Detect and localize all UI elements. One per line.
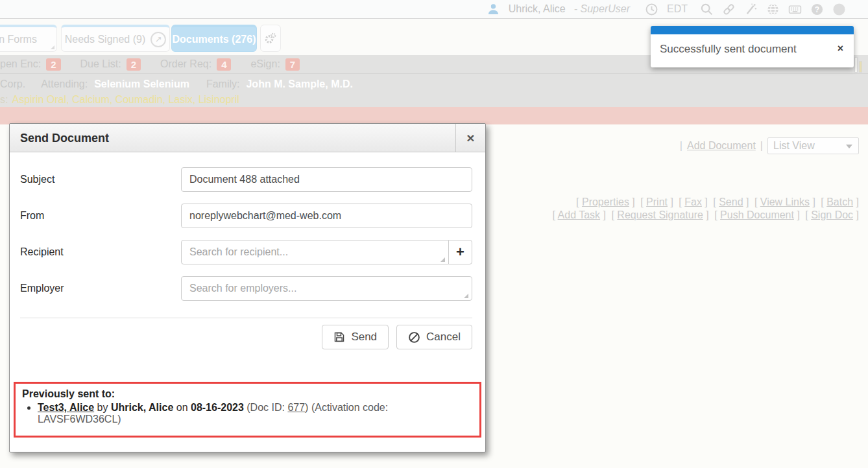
circle-arrow-icon[interactable]: ↗ — [151, 32, 166, 47]
due-list-badge[interactable]: 2 — [127, 58, 141, 71]
bracket: ] — [853, 196, 859, 207]
action-send[interactable]: [ Send ] — [713, 196, 749, 207]
bracket: [ — [714, 209, 720, 220]
history-sender: Uhrick, Alice — [111, 402, 173, 413]
esign-badge[interactable]: 7 — [285, 58, 300, 71]
patient-company: Corp. — [0, 78, 25, 90]
status-due-list: Due List: 2 — [80, 58, 141, 71]
bracket: ] — [600, 209, 606, 220]
action-sign-doc[interactable]: [ Sign Doc ] — [805, 209, 859, 220]
push-document-link[interactable]: Push Document — [720, 209, 794, 220]
toast-body: Successfully sent document × — [651, 34, 854, 56]
medications-row: s: Aspirin Oral, Calcium, Coumadin, Lasi… — [0, 93, 868, 107]
history-by-word: by — [94, 402, 111, 413]
chart-icon[interactable] — [854, 57, 863, 73]
bracket: ] — [703, 209, 709, 220]
previously-sent-list: Test3, Alice by Uhrick, Alice on 08-16-2… — [22, 402, 473, 425]
bracket: [ — [553, 209, 558, 220]
open-enc-badge[interactable]: 2 — [46, 58, 60, 71]
document-actions-row1: [ Properties ] [ Print ] [ Fax ] [ Send … — [550, 196, 859, 209]
properties-link[interactable]: Properties — [582, 196, 629, 207]
employer-search-input[interactable] — [181, 276, 472, 301]
modal-button-row: Send Cancel — [10, 318, 485, 349]
link-icon[interactable] — [722, 3, 736, 16]
add-recipient-button[interactable]: + — [448, 240, 472, 264]
tab-corner-mark — [51, 45, 54, 49]
previously-sent-heading: Previously sent to: — [22, 388, 473, 400]
bracket: ] — [668, 196, 673, 207]
tab-screen-forms-label: creen Forms — [0, 34, 37, 45]
tab-settings-button[interactable] — [260, 25, 281, 52]
document-actions-row2: [ Add Task ] [ Request Signature ] [ Pus… — [550, 209, 859, 222]
medications-label: s: — [0, 94, 8, 106]
tab-needs-signed[interactable]: Needs Signed (9) ↗ — [61, 25, 170, 52]
action-fax[interactable]: [ Fax ] — [679, 196, 707, 207]
recipient-search-input[interactable] — [181, 240, 449, 264]
from-row: From — [10, 204, 485, 228]
view-select[interactable]: List View — [767, 137, 859, 154]
from-label: From — [20, 210, 181, 222]
attending-label: Attending: — [41, 78, 88, 90]
history-docid-link[interactable]: 677 — [287, 402, 305, 413]
request-signature-link[interactable]: Request Signature — [617, 209, 703, 220]
chevron-down-icon — [846, 145, 852, 148]
subject-input[interactable] — [181, 167, 472, 192]
add-task-link[interactable]: Add Task — [558, 209, 601, 220]
keyboard-icon[interactable] — [788, 3, 802, 16]
bracket: ] — [810, 196, 815, 207]
search-icon[interactable] — [700, 3, 714, 16]
action-print[interactable]: [ Print ] — [640, 196, 673, 207]
modal-close-button[interactable]: × — [455, 124, 485, 152]
send-link[interactable]: Send — [719, 196, 743, 207]
document-toolbar: | Add Document | List View — [680, 137, 859, 154]
family-value: John M. Sample, M.D. — [246, 78, 352, 90]
cancel-button[interactable]: Cancel — [396, 325, 472, 349]
sign-doc-link[interactable]: Sign Doc — [811, 209, 853, 220]
add-document-link[interactable]: Add Document — [687, 140, 756, 152]
bracket: [ — [713, 196, 719, 207]
employer-label: Employer — [20, 283, 181, 294]
send-button-label: Send — [351, 331, 377, 344]
clock-icon — [645, 3, 658, 16]
from-input[interactable] — [181, 204, 472, 228]
bracket: [ — [821, 196, 826, 207]
toast-accent-bar — [651, 26, 854, 34]
view-select-value: List View — [773, 140, 815, 152]
order-req-badge[interactable]: 4 — [217, 58, 231, 71]
separator: | — [760, 140, 763, 152]
action-properties[interactable]: [ Properties ] — [576, 196, 635, 207]
resize-handle-icon[interactable] — [440, 257, 445, 262]
status-open-enc: pen Enc: 2 — [0, 58, 61, 71]
toast-close-button[interactable]: × — [835, 43, 846, 54]
action-add-task[interactable]: [ Add Task ] — [553, 209, 606, 220]
action-push-document[interactable]: [ Push Document ] — [714, 209, 800, 220]
user-name[interactable]: Uhrick, Alice — [509, 3, 566, 15]
bracket: [ — [754, 196, 760, 207]
save-icon — [333, 331, 345, 343]
bracket: ] — [853, 209, 859, 220]
subject-label: Subject — [20, 174, 181, 185]
send-document-modal: Send Document × Subject From Recipient + — [9, 123, 486, 452]
fax-link[interactable]: Fax — [684, 196, 702, 207]
tab-screen-forms[interactable]: creen Forms — [0, 25, 57, 52]
bracket: ] — [629, 196, 635, 207]
patient-info-row: Corp. Attending: Selenium Selenium Famil… — [0, 76, 868, 93]
action-request-signature[interactable]: [ Request Signature ] — [611, 209, 708, 220]
resize-handle-icon[interactable] — [464, 294, 468, 298]
app-window: Uhrick, Alice - SuperUser EDT — [0, 0, 868, 468]
history-recipient-link[interactable]: Test3, Alice — [38, 402, 94, 413]
globe-icon[interactable] — [766, 3, 780, 16]
user-role: - SuperUser — [574, 3, 630, 15]
print-link[interactable]: Print — [646, 196, 668, 207]
send-button[interactable]: Send — [322, 325, 389, 349]
help-icon[interactable]: ? — [810, 3, 824, 16]
medications-list: Aspirin Oral, Calcium, Coumadin, Lasix, … — [12, 94, 239, 106]
svg-text:?: ? — [815, 5, 819, 14]
timezone-label[interactable]: EDT — [667, 3, 688, 15]
wand-icon[interactable] — [744, 3, 758, 16]
action-view-links[interactable]: [ View Links ] — [754, 196, 815, 207]
batch-link[interactable]: Batch — [826, 196, 853, 207]
action-batch[interactable]: [ Batch ] — [821, 196, 859, 207]
tab-documents[interactable]: Documents (276) — [171, 25, 257, 52]
view-links-link[interactable]: View Links — [760, 196, 810, 207]
